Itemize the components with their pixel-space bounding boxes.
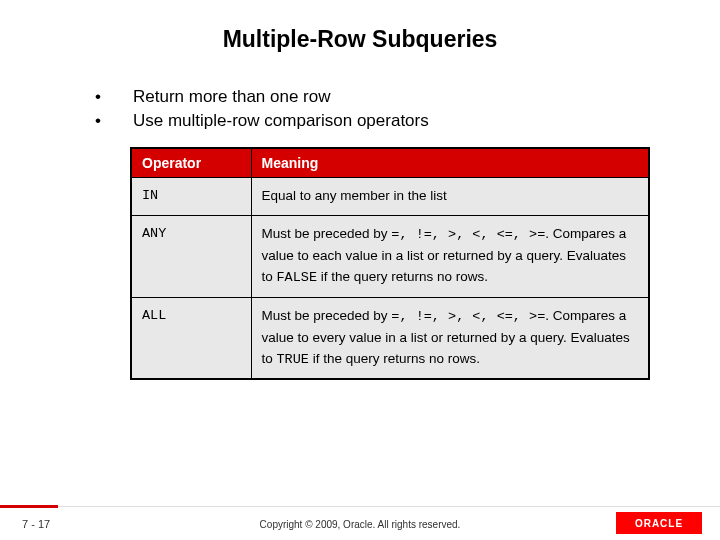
list-item: • Return more than one row — [95, 87, 720, 107]
oracle-logo: ORACLE — [616, 512, 702, 534]
meaning-post: if the query returns no rows. — [317, 269, 488, 284]
meaning-post: if the query returns no rows. — [309, 351, 480, 366]
footer-accent — [0, 505, 58, 508]
cell-meaning: Must be preceded by =, !=, >, <, <=, >=.… — [251, 297, 649, 379]
cell-operator: IN — [131, 178, 251, 216]
slide-footer: 7 - 17 Copyright © 2009, Oracle. All rig… — [0, 506, 720, 540]
cell-meaning: Equal to any member in the list — [251, 178, 649, 216]
bullet-list: • Return more than one row • Use multipl… — [95, 87, 720, 131]
list-item: • Use multiple-row comparison operators — [95, 111, 720, 131]
ops-list: =, !=, >, <, <=, >= — [391, 227, 545, 242]
bullet-text: Use multiple-row comparison operators — [133, 111, 720, 131]
meaning-pre: Must be preceded by — [262, 308, 392, 323]
meaning-pre: Must be preceded by — [262, 226, 392, 241]
table-row: ALL Must be preceded by =, !=, >, <, <=,… — [131, 297, 649, 379]
eval-word: TRUE — [277, 352, 309, 367]
slide-title: Multiple-Row Subqueries — [0, 0, 720, 73]
cell-operator: ALL — [131, 297, 251, 379]
bullet-icon: • — [95, 87, 133, 107]
table-row: ANY Must be preceded by =, !=, >, <, <=,… — [131, 215, 649, 297]
header-operator: Operator — [131, 148, 251, 178]
table-row: IN Equal to any member in the list — [131, 178, 649, 216]
cell-meaning: Must be preceded by =, !=, >, <, <=, >=.… — [251, 215, 649, 297]
meaning-text: Equal to any member in the list — [262, 188, 447, 203]
table-header-row: Operator Meaning — [131, 148, 649, 178]
cell-operator: ANY — [131, 215, 251, 297]
copyright-text: Copyright © 2009, Oracle. All rights res… — [0, 519, 720, 530]
eval-word: FALSE — [277, 270, 318, 285]
bullet-text: Return more than one row — [133, 87, 720, 107]
bullet-icon: • — [95, 111, 133, 131]
header-meaning: Meaning — [251, 148, 649, 178]
operator-table: Operator Meaning IN Equal to any member … — [130, 147, 650, 380]
ops-list: =, !=, >, <, <=, >= — [391, 309, 545, 324]
